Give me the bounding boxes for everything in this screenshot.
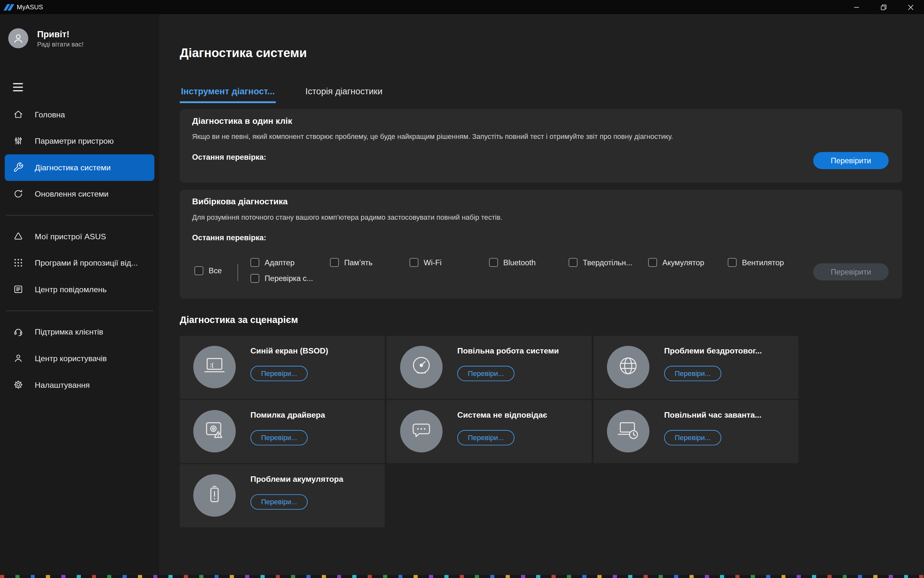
sidebar-item-message-center[interactable]: Центр повідомлень (5, 276, 155, 303)
scenario-grid: :( Синій екран (BSOD) Перевіри... Повіль… (180, 336, 799, 527)
driver-icon (201, 417, 228, 446)
battery-icon (201, 481, 228, 510)
scenario-card-chat: Система не відповідає Перевіри... (386, 400, 592, 463)
card-title: Діагностика в один клік (192, 116, 292, 125)
minimize-button[interactable] (843, 0, 870, 14)
svg-text::(: :( (210, 362, 214, 368)
taskbar-sliver (0, 575, 924, 578)
profile-text: Привіт! Раді вітати вас! (37, 29, 84, 48)
bsod-icon: :( (201, 352, 228, 382)
scenario-icon-circle (400, 346, 442, 388)
profile[interactable]: Привіт! Раді вітати вас! (0, 14, 159, 49)
checkbox-box (330, 258, 339, 267)
tab-diagnostic-history[interactable]: Історія діагностики (304, 85, 384, 103)
welcome-text: Раді вітати вас! (37, 41, 84, 48)
sidebar-item-headset[interactable]: Підтримка клієнтів (5, 318, 155, 345)
scenario-card-driver: Помилка драйвера Перевіри... (180, 400, 385, 463)
home-icon (13, 109, 23, 120)
avatar (8, 28, 28, 48)
checkbox-label: Перевірка с... (265, 274, 313, 283)
update-icon (13, 188, 23, 199)
scenario-check-button[interactable]: Перевіри... (664, 366, 721, 382)
scenario-title: Синій екран (BSOD) (250, 346, 328, 356)
sidebar-item-apps-grid[interactable]: Програми й пропозиції від... (5, 250, 155, 276)
checkbox-label: Твердотільн... (583, 258, 632, 267)
myasus-logo-icon (5, 4, 12, 10)
checkbox-label: Вентилятор (742, 258, 784, 267)
checkbox-label: Все (209, 266, 222, 275)
card-title: Вибіркова діагностика (192, 196, 288, 206)
scenario-title: Помилка драйвера (250, 411, 325, 420)
maximize-restore-button[interactable] (870, 0, 897, 14)
sidebar-item-home[interactable]: Головна (5, 101, 155, 128)
component-checkbox-row-2: Перевірка с... (250, 274, 330, 283)
component-checkbox[interactable]: Адаптер (250, 258, 330, 267)
component-checkbox[interactable]: Вентилятор (728, 258, 807, 267)
scenario-card-boot-time: Повільний час заванта... Перевіри... (594, 400, 799, 463)
scenario-card-gauge: Повільна робота системи Перевіри... (386, 336, 592, 399)
app-title: MyASUS (17, 3, 43, 11)
sidebar-item-gear[interactable]: Налаштування (5, 372, 155, 398)
scenario-icon-circle (400, 410, 442, 452)
checkbox-label: Wi-Fi (424, 258, 442, 267)
scenario-section-title: Діагностика за сценарієм (180, 315, 298, 325)
menu-toggle-button[interactable] (13, 83, 23, 91)
tabs: Інструмент діагност... Історія діагности… (180, 85, 384, 103)
scenario-check-button[interactable]: Перевіри... (457, 430, 514, 445)
custom-check-button-disabled[interactable]: Перевірити (813, 263, 889, 280)
custom-diagnostics-card: Вибіркова діагностика Для розуміння пото… (180, 190, 902, 299)
component-checkbox[interactable]: Пам’ять (330, 258, 410, 267)
component-checkbox[interactable]: Перевірка с... (250, 274, 330, 283)
sidebar-item-asus-device[interactable]: Мої пристрої ASUS (5, 223, 155, 250)
titlebar: MyASUS (0, 0, 924, 14)
scenario-icon-circle (193, 474, 235, 517)
sidebar-item-diagnostics[interactable]: Діагностика системи (5, 154, 155, 181)
scenario-icon-circle: :( (193, 346, 235, 388)
sidebar-item-tune[interactable]: Параметри пристрою (5, 128, 155, 154)
checkbox-box (648, 258, 657, 267)
component-checkbox[interactable]: Bluetooth (489, 258, 568, 267)
one-click-check-button[interactable]: Перевірити (813, 152, 889, 169)
checkbox-all[interactable]: Все (195, 266, 222, 275)
headset-icon (13, 326, 23, 337)
close-button[interactable] (897, 0, 924, 14)
tab-diagnostic-tool[interactable]: Інструмент діагност... (180, 85, 276, 103)
component-checkbox[interactable]: Акумулятор (648, 258, 728, 267)
one-click-diagnostics-card: Діагностика в один клік Якщо ви не певні… (180, 109, 902, 183)
component-checkbox-row-1: Адаптер Пам’ять Wi-Fi Bluetooth (250, 258, 807, 267)
scenario-check-button[interactable]: Перевіри... (664, 430, 721, 445)
last-check-label: Остання перевірка: (192, 233, 266, 242)
checkbox-label: Пам’ять (344, 258, 372, 267)
sidebar-nav: Головна Параметри пристрою Діагностика с… (0, 101, 159, 398)
checkbox-divider (237, 264, 238, 281)
scenario-check-button[interactable]: Перевіри... (457, 366, 514, 382)
greeting: Привіт! (37, 29, 84, 39)
scenario-title: Повільний час заванта... (664, 411, 762, 420)
sidebar: Привіт! Раді вітати вас! Головна Парамет… (0, 14, 159, 578)
checkbox-label: Акумулятор (662, 258, 704, 267)
scenario-icon-circle (193, 410, 235, 452)
checkbox-box (250, 258, 260, 267)
checkbox-box (250, 274, 260, 283)
diagnostics-icon (13, 162, 23, 173)
scenario-title: Повільна робота системи (457, 346, 559, 356)
checkbox-box (489, 258, 498, 267)
card-description: Якщо ви не певні, який компонент створює… (192, 133, 673, 141)
sidebar-item-update[interactable]: Оновлення системи (5, 180, 155, 207)
globe-icon (615, 352, 641, 382)
sidebar-item-user[interactable]: Центр користувачів (5, 345, 155, 372)
card-description: Для розуміння поточного стану вашого ком… (192, 213, 502, 222)
component-checkbox[interactable]: Wi-Fi (410, 258, 489, 267)
scenario-icon-circle (607, 410, 650, 452)
scenario-check-button[interactable]: Перевіри... (250, 366, 308, 382)
sidebar-divider (6, 310, 153, 311)
gauge-icon (408, 352, 435, 382)
asus-device-icon (13, 231, 23, 242)
scenario-check-button[interactable]: Перевіри... (250, 430, 308, 445)
main-content: Діагностика системи Інструмент діагност.… (159, 14, 924, 578)
checkbox-box (410, 258, 419, 267)
scenario-check-button[interactable]: Перевіри... (250, 494, 308, 510)
scenario-card-globe: Проблеми бездротовог... Перевіри... (594, 336, 799, 399)
component-checkbox[interactable]: Твердотільн... (568, 258, 648, 267)
apps-grid-icon (13, 258, 23, 268)
